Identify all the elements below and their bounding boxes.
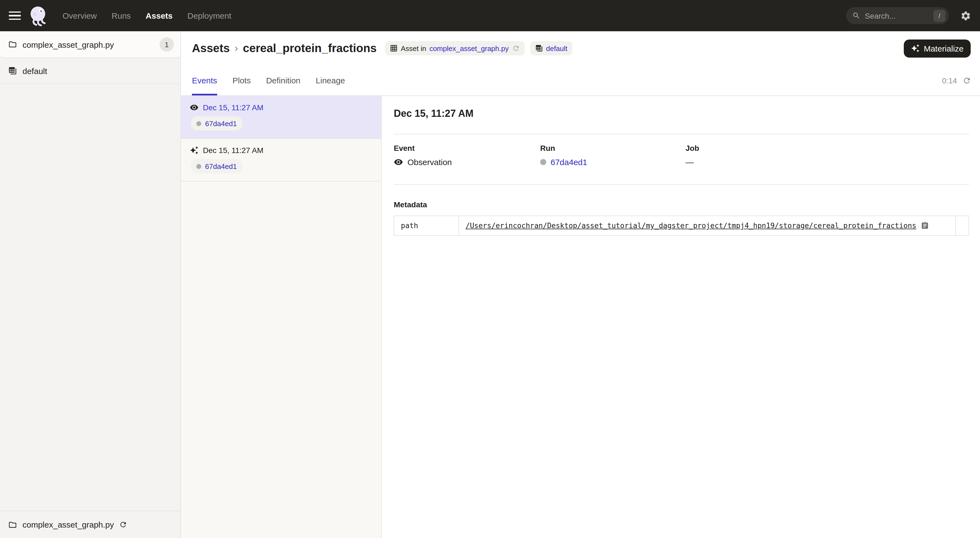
event-timestamp-link[interactable]: Dec 15, 11:27 AM — [203, 103, 264, 112]
footer-code-location-label: complex_asset_graph.py — [22, 520, 114, 529]
nav-item-deployment[interactable]: Deployment — [188, 11, 231, 20]
run-id-link[interactable]: 67da4ed1 — [205, 162, 237, 170]
event-detail-title: Dec 15, 11:27 AM — [394, 108, 969, 119]
asset-location-tag: Asset in complex_asset_graph.py — [385, 41, 525, 56]
materialize-button[interactable]: Materialize — [904, 39, 970, 57]
run-badge: 67da4ed1 — [191, 116, 242, 131]
asset-grid-icon — [390, 45, 398, 52]
repo-tag: default — [530, 41, 572, 56]
tab-bar: Events Plots Definition Lineage 0:14 — [181, 65, 980, 96]
job-column-label: Job — [686, 144, 699, 153]
metadata-key-cell: path — [394, 216, 459, 235]
main-panel: Assets › cereal_protein_fractions Asset … — [181, 31, 980, 538]
dagster-logo-icon[interactable] — [27, 4, 51, 27]
search-icon — [852, 11, 861, 20]
repo-table-icon — [8, 66, 17, 75]
gear-icon[interactable] — [960, 10, 971, 21]
search-input[interactable] — [865, 11, 933, 20]
sidebar-footer: complex_asset_graph.py — [0, 511, 180, 538]
run-badge: 67da4ed1 — [191, 159, 242, 173]
tab-definition[interactable]: Definition — [266, 65, 300, 96]
page-header: Assets › cereal_protein_fractions Asset … — [181, 31, 980, 65]
event-list-item-materialization[interactable]: Dec 15, 11:27 AM 67da4ed1 — [181, 139, 381, 181]
run-status-dot — [540, 159, 546, 165]
metadata-value-cell: /Users/erincochran/Desktop/asset_tutoria… — [459, 216, 955, 235]
folder-icon — [8, 520, 17, 529]
sidebar-item-code-location[interactable]: complex_asset_graph.py 1 — [0, 31, 180, 58]
event-column-label: Event — [394, 144, 540, 153]
run-column-label: Run — [540, 144, 686, 153]
search-box[interactable]: / — [846, 7, 949, 24]
metadata-path-link[interactable]: /Users/erincochran/Desktop/asset_tutoria… — [466, 221, 916, 230]
materialize-label: Materialize — [924, 44, 964, 53]
event-detail-panel: Dec 15, 11:27 AM Event Observation Run — [382, 96, 980, 538]
event-list: Dec 15, 11:27 AM 67da4ed1 Dec 15, 11:27 … — [181, 96, 382, 538]
sidebar-item-group-default[interactable]: default — [0, 58, 180, 84]
event-list-item-observation[interactable]: Dec 15, 11:27 AM 67da4ed1 — [181, 96, 381, 139]
eye-icon — [190, 103, 199, 112]
refresh-icon[interactable] — [963, 76, 971, 85]
event-timestamp-link[interactable]: Dec 15, 11:27 AM — [203, 146, 264, 154]
asset-location-link[interactable]: complex_asset_graph.py — [430, 44, 509, 53]
nav-links: Overview Runs Assets Deployment — [62, 11, 231, 20]
breadcrumb: Assets › cereal_protein_fractions — [192, 42, 377, 55]
tab-plots[interactable]: Plots — [232, 65, 251, 96]
metadata-end-cell — [955, 216, 969, 235]
tab-lineage[interactable]: Lineage — [316, 65, 345, 96]
code-location-label: complex_asset_graph.py — [22, 40, 159, 49]
refresh-countdown: 0:14 — [942, 76, 957, 85]
run-status-dot — [196, 164, 201, 169]
tab-events[interactable]: Events — [192, 65, 217, 96]
dagster-app: Overview Runs Assets Deployment / comple… — [0, 0, 980, 538]
search-shortcut-key: / — [933, 10, 945, 22]
reload-asset-icon[interactable] — [512, 45, 520, 52]
breadcrumb-assets-link[interactable]: Assets — [192, 42, 230, 55]
reload-location-icon[interactable] — [119, 520, 127, 528]
breadcrumb-chevron-icon: › — [235, 43, 238, 54]
metadata-table: path /Users/erincochran/Desktop/asset_tu… — [394, 215, 969, 236]
nav-item-runs[interactable]: Runs — [111, 11, 131, 20]
nav-item-overview[interactable]: Overview — [62, 11, 97, 20]
eye-icon — [394, 158, 403, 167]
run-id-link[interactable]: 67da4ed1 — [550, 158, 587, 167]
job-value: — — [686, 158, 694, 167]
top-nav: Overview Runs Assets Deployment / — [0, 0, 980, 31]
header-tags: Asset in complex_asset_graph.py default — [385, 41, 573, 56]
metadata-heading: Metadata — [394, 200, 969, 209]
copy-clipboard-icon[interactable] — [921, 221, 929, 230]
run-id-link[interactable]: 67da4ed1 — [205, 119, 237, 127]
sparkle-icon — [190, 146, 199, 154]
group-label: default — [22, 66, 47, 75]
run-status-dot — [196, 121, 201, 126]
repo-table-icon — [535, 45, 542, 52]
folder-icon — [8, 40, 17, 49]
event-type-value: Observation — [407, 158, 452, 167]
repo-default-link[interactable]: default — [546, 44, 567, 53]
hamburger-menu-icon[interactable] — [9, 10, 21, 22]
asset-count-badge: 1 — [159, 37, 174, 51]
asset-tag-prefix: Asset in — [401, 44, 426, 53]
page-title: cereal_protein_fractions — [243, 42, 377, 55]
sidebar: complex_asset_graph.py 1 default complex… — [0, 31, 181, 538]
nav-item-assets[interactable]: Assets — [146, 11, 172, 20]
sparkle-icon — [911, 44, 920, 53]
